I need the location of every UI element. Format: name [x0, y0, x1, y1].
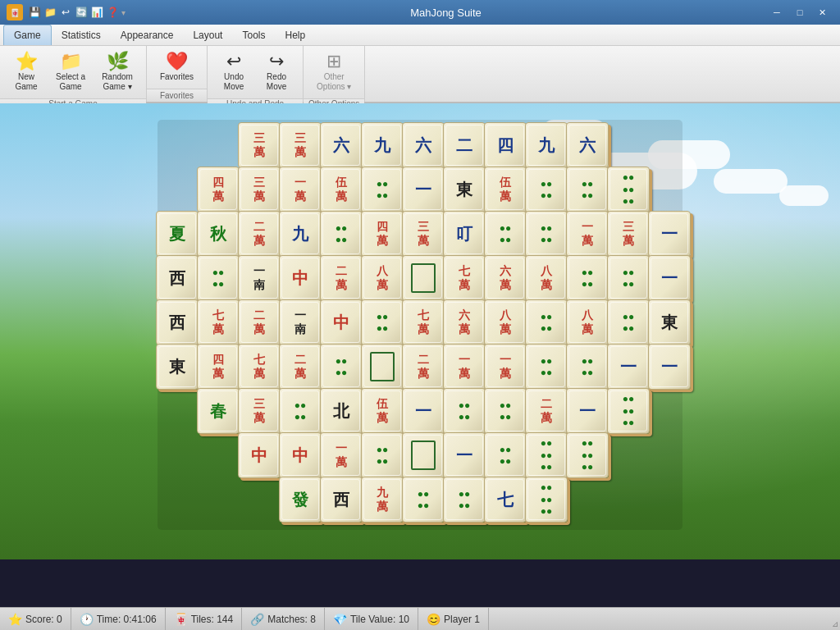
tile-5-0[interactable]: 東 [156, 344, 199, 390]
tile-8-3[interactable]: 發 [279, 477, 322, 523]
tile-8-9[interactable]: ●●●●●● [525, 477, 568, 523]
tile-5-2[interactable]: 七萬 [238, 344, 281, 390]
tile-2-10[interactable]: 一萬 [566, 211, 609, 257]
qa-icon-1[interactable]: 💾 [28, 6, 41, 19]
tile-3-12[interactable]: 一 [648, 255, 691, 301]
tile-3-3[interactable]: 中 [279, 255, 322, 301]
tile-0-8[interactable]: 四 [484, 122, 527, 168]
tile-6-11[interactable]: ●●●●●● [607, 388, 650, 434]
tile-1-8[interactable]: 伍萬 [484, 167, 527, 212]
tile-3-4[interactable]: 二萬 [320, 255, 363, 301]
tile-6-8[interactable]: ●●●● [484, 388, 527, 434]
tile-0-10[interactable]: 六 [566, 122, 609, 168]
tile-7-6[interactable] [402, 432, 445, 478]
tile-4-4[interactable]: 中 [320, 299, 363, 345]
tile-2-0[interactable]: 夏 [156, 211, 199, 257]
tile-0-3[interactable]: 三萬 [279, 122, 322, 168]
tile-0-4[interactable]: 六 [320, 122, 363, 168]
tile-6-5[interactable]: 伍萬 [361, 388, 404, 434]
tile-1-5[interactable]: ●●●● [361, 167, 404, 212]
tile-7-3[interactable]: 中 [279, 432, 322, 478]
tile-6-2[interactable]: 三萬 [238, 388, 281, 434]
minimize-button[interactable]: ─ [766, 4, 788, 21]
qa-icon-6[interactable]: ❓ [106, 6, 119, 19]
tile-6-4[interactable]: 北 [320, 388, 363, 434]
tile-7-9[interactable]: ●●●●●● [525, 432, 568, 478]
tile-4-11[interactable]: ●●●● [607, 299, 650, 345]
tile-5-6[interactable]: 二萬 [402, 344, 445, 390]
tile-2-7[interactable]: 叮 [443, 211, 486, 257]
tile-3-10[interactable]: ●●●● [566, 255, 609, 301]
tile-4-2[interactable]: 二萬 [238, 299, 281, 345]
menu-help[interactable]: Help [275, 25, 315, 45]
tile-8-7[interactable]: ●●●● [443, 477, 486, 523]
tile-6-1[interactable]: 春 [197, 388, 240, 434]
tile-5-10[interactable]: ●●●● [566, 344, 609, 390]
tile-7-2[interactable]: 中 [238, 432, 281, 478]
tile-1-4[interactable]: 伍萬 [320, 167, 363, 212]
tile-2-1[interactable]: 秋 [197, 211, 240, 257]
tile-4-0[interactable]: 西 [156, 299, 199, 345]
tile-1-7[interactable]: 東 [443, 167, 486, 212]
tile-4-3[interactable]: 一南 [279, 299, 322, 345]
menu-statistics[interactable]: Statistics [52, 25, 111, 45]
tile-2-11[interactable]: 三萬 [607, 211, 650, 257]
qa-icon-4[interactable]: 🔄 [75, 6, 88, 19]
tile-4-7[interactable]: 六萬 [443, 299, 486, 345]
tile-7-10[interactable]: ●●●●●● [566, 432, 609, 478]
tile-0-7[interactable]: 二 [443, 122, 486, 168]
tile-7-5[interactable]: ●●●● [361, 432, 404, 478]
menu-appearance[interactable]: Appearance [111, 25, 184, 45]
tile-6-6[interactable]: 一 [402, 388, 445, 434]
tile-1-9[interactable]: ●●●● [525, 167, 568, 212]
tile-1-10[interactable]: ●●●● [566, 167, 609, 212]
redo-move-button[interactable]: ↪ RedoMove [257, 49, 296, 95]
tile-5-12[interactable]: 一 [648, 344, 691, 390]
tile-4-1[interactable]: 七萬 [197, 299, 240, 345]
tile-3-9[interactable]: 八萬 [525, 255, 568, 301]
tile-3-7[interactable]: 七萬 [443, 255, 486, 301]
tile-1-3[interactable]: 一萬 [279, 167, 322, 212]
random-game-button[interactable]: 🌿 RandomGame ▾ [95, 49, 139, 95]
tile-0-5[interactable]: 九 [361, 122, 404, 168]
menu-layout[interactable]: Layout [183, 25, 232, 45]
tile-2-3[interactable]: 九 [279, 211, 322, 257]
tile-7-7[interactable]: 一 [443, 432, 486, 478]
tile-5-8[interactable]: 一萬 [484, 344, 527, 390]
qa-icon-2[interactable]: 📁 [43, 6, 57, 19]
tile-5-11[interactable]: 一 [607, 344, 650, 390]
tile-8-8[interactable]: 七 [484, 477, 527, 523]
tile-1-2[interactable]: 三萬 [238, 167, 281, 212]
tile-7-8[interactable]: ●●●● [484, 432, 527, 478]
tile-4-9[interactable]: ●●●● [525, 299, 568, 345]
tile-0-6[interactable]: 六 [402, 122, 445, 168]
menu-game[interactable]: Game [3, 25, 52, 45]
tile-1-1[interactable]: 四萬 [197, 167, 240, 212]
select-game-button[interactable]: 📁 Select aGame [49, 49, 92, 95]
tile-3-5[interactable]: 八萬 [361, 255, 404, 301]
tile-5-7[interactable]: 一萬 [443, 344, 486, 390]
favorites-button[interactable]: ❤️ Favorites [153, 49, 200, 85]
qa-icon-3[interactable]: ↩ [59, 6, 72, 19]
qa-icon-5[interactable]: 📊 [90, 6, 103, 19]
tiles-container[interactable]: 三萬 三萬 六 九 六 二 四 九 六 四萬 三萬 一萬 伍萬 ●●●● 一 [149, 116, 691, 534]
tile-8-4[interactable]: 西 [320, 477, 363, 523]
tile-0-2[interactable]: 三萬 [238, 122, 281, 168]
tile-3-2[interactable]: 一南 [238, 255, 281, 301]
maximize-button[interactable]: □ [789, 4, 810, 21]
tile-7-4[interactable]: 一萬 [320, 432, 363, 478]
tile-8-5[interactable]: 九萬 [361, 477, 404, 523]
tile-5-1[interactable]: 四萬 [197, 344, 240, 390]
tile-4-6[interactable]: 七萬 [402, 299, 445, 345]
tile-2-4[interactable]: ●●●● [320, 211, 363, 257]
tile-3-8[interactable]: 六萬 [484, 255, 527, 301]
tile-4-8[interactable]: 八萬 [484, 299, 527, 345]
tile-2-6[interactable]: 三萬 [402, 211, 445, 257]
tile-2-9[interactable]: ●●●● [525, 211, 568, 257]
tile-5-9[interactable]: ●●●● [525, 344, 568, 390]
tile-3-1[interactable]: ●●●● [197, 255, 240, 301]
tile-5-4[interactable]: ●●●● [320, 344, 363, 390]
tile-2-5[interactable]: 四萬 [361, 211, 404, 257]
other-options-button[interactable]: ⊞ OtherOptions ▾ [310, 49, 358, 95]
tile-4-5[interactable]: ●●●● [361, 299, 404, 345]
